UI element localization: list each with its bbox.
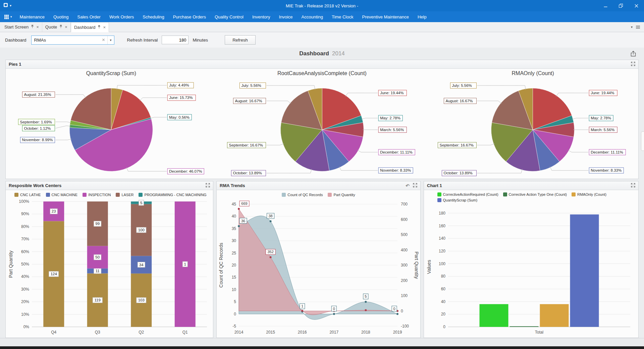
legend-item: QuantityScrap (Sum) [437, 198, 478, 202]
tab-label: Quote [45, 24, 57, 30]
svg-text:Q1: Q1 [182, 330, 188, 335]
svg-text:2015: 2015 [266, 330, 275, 335]
svg-text:20%: 20% [21, 299, 29, 304]
menu-item-quoting[interactable]: Quoting [49, 12, 73, 22]
tab-quote[interactable]: Quote× [42, 22, 71, 32]
menu-item-accounting[interactable]: Accounting [297, 12, 327, 22]
svg-text:5: 5 [234, 299, 236, 304]
svg-text:38: 38 [268, 214, 272, 218]
panel-rma-trends-header: RMA Trends ↶ [217, 181, 420, 190]
restore-button[interactable] [613, 0, 629, 11]
refresh-button[interactable]: Refresh [225, 35, 256, 45]
legend-item: Count of QC Records [282, 193, 323, 197]
expand-icon[interactable] [206, 183, 210, 188]
dashboard-year: 2014 [332, 50, 345, 57]
tab-start-screen[interactable]: Start Screen× [1, 22, 42, 32]
pie-title: RMAOnly (Count) [512, 70, 554, 78]
menu-item-work-orders[interactable]: Work Orders [105, 12, 138, 22]
tab-dashboard[interactable]: Dashboard× [71, 22, 109, 32]
pin-icon[interactable] [59, 24, 62, 30]
svg-text:September: 16.67%: September: 16.67% [229, 143, 263, 147]
menu-item-time-clock[interactable]: Time Clock [327, 12, 358, 22]
svg-text:140: 140 [439, 236, 445, 241]
expand-icon[interactable] [413, 183, 417, 188]
expand-icon[interactable] [631, 183, 635, 188]
rma-trends-legend: Count of QC RecordsPart Quantity [217, 190, 420, 197]
bar-chart: 020406080100120140160180ValuesTotal [424, 202, 638, 338]
window-list-icon[interactable] [636, 24, 640, 30]
svg-text:40: 40 [232, 214, 236, 219]
legend-item: LASER [116, 193, 133, 197]
svg-text:50: 50 [95, 255, 100, 259]
svg-text:June: 19.44%: June: 19.44% [591, 91, 614, 95]
legend-item: Corrective Action Type One (Count) [503, 192, 567, 196]
legend-item: INSPECTION [83, 193, 111, 197]
clear-icon[interactable]: ✕ [100, 38, 107, 42]
chevron-down-icon[interactable]: ▾ [107, 36, 114, 44]
tab-scroll-chevron-icon[interactable]: ▾ [631, 25, 633, 29]
panel-chart1-header: Chart 1 [424, 181, 638, 190]
pie-title: QuantityScrap (Sum) [86, 70, 136, 78]
bar-correctiveactionrequired-count-[interactable] [480, 304, 508, 327]
legend-swatch [437, 192, 441, 196]
export-icon[interactable] [630, 50, 637, 58]
refresh-interval-input[interactable] [162, 36, 189, 44]
menu-item-purchase-orders[interactable]: Purchase Orders [169, 12, 210, 22]
stacked-bar-chart: 0%10%20%30%40%50%60%70%80%90%100%Part Qu… [6, 197, 213, 338]
svg-text:300: 300 [401, 263, 408, 268]
svg-text:August: 16.67%: August: 16.67% [235, 99, 262, 103]
bar-rmaonly-count-[interactable] [540, 304, 569, 327]
legend-swatch [14, 193, 18, 197]
svg-text:Part Quantity: Part Quantity [414, 251, 419, 279]
panel-pies-header: Pies 1 [6, 60, 638, 69]
svg-text:June: 15.73%: June: 15.73% [169, 96, 193, 100]
pin-icon[interactable] [98, 25, 101, 30]
svg-text:80: 80 [441, 274, 446, 279]
panel-rma-trends: RMA Trends ↶ Count of QC RecordsPart Qua… [216, 181, 421, 338]
svg-text:500: 500 [401, 232, 408, 237]
collapsed-panel-handle[interactable] [641, 131, 644, 151]
panel-pies-title: Pies 1 [9, 62, 21, 67]
svg-text:March: 5.56%: March: 5.56% [380, 128, 404, 132]
svg-text:September: 16.67%: September: 16.67% [440, 143, 474, 147]
svg-text:Total: Total [535, 330, 543, 335]
quick-access-caret-icon[interactable]: ▾ [10, 4, 11, 7]
svg-text:10%: 10% [21, 312, 29, 317]
window-titlebar: ▾ MIE Trak - Release 2018 v2 Version - [0, 0, 644, 11]
svg-text:August: 21.35%: August: 21.35% [24, 93, 51, 97]
document-tabstrip: Start Screen×Quote×Dashboard× ▾ [0, 22, 644, 32]
menu-item-quality-control[interactable]: Quality Control [210, 12, 248, 22]
menu-item-preventive-maintenance[interactable]: Preventive Maintenance [358, 12, 413, 22]
undo-zoom-icon[interactable]: ↶ [406, 183, 410, 188]
menu-item-scheduling[interactable]: Scheduling [138, 12, 168, 22]
application-menu-icon[interactable]: ▾ [2, 14, 15, 19]
bar-corrective-action-type-one-count-[interactable] [510, 326, 539, 327]
menu-item-help[interactable]: Help [413, 12, 431, 22]
svg-text:December: 11.11%: December: 11.11% [591, 150, 624, 154]
menubar: ▾ MaintenanceQuotingSales OrderWork Orde… [0, 11, 644, 22]
svg-text:September: 1.69%: September: 1.69% [20, 120, 52, 124]
bar-quantityscrap-sum-[interactable] [570, 215, 599, 327]
svg-text:124: 124 [51, 272, 57, 276]
dashboard-combobox[interactable]: RMAs ✕ ▾ [31, 36, 114, 45]
menu-item-invoice[interactable]: Invoice [274, 12, 297, 22]
svg-text:23: 23 [52, 209, 56, 213]
tab-close-icon[interactable]: × [65, 25, 67, 29]
minimize-button[interactable] [598, 0, 613, 11]
tab-close-icon[interactable]: × [103, 25, 106, 30]
menu-item-maintenance[interactable]: Maintenance [15, 12, 49, 22]
menu-item-sales-order[interactable]: Sales Order [73, 12, 105, 22]
app-icon[interactable] [3, 3, 8, 9]
legend-item: CNC LATHE [14, 193, 41, 197]
pin-icon[interactable] [31, 24, 34, 30]
dashboard-title: Dashboard [299, 50, 329, 57]
svg-text:October: 13.89%: October: 13.89% [444, 171, 473, 175]
svg-text:160: 160 [439, 224, 445, 228]
close-button[interactable] [629, 0, 644, 11]
legend-item: PROGRAMMING - CNC MACHINING [139, 193, 206, 197]
svg-text:10: 10 [232, 287, 236, 292]
expand-icon[interactable] [631, 62, 635, 67]
tab-list: Start Screen×Quote×Dashboard× [1, 22, 109, 32]
tab-close-icon[interactable]: × [36, 25, 39, 29]
menu-item-inventory[interactable]: Inventory [248, 12, 274, 22]
